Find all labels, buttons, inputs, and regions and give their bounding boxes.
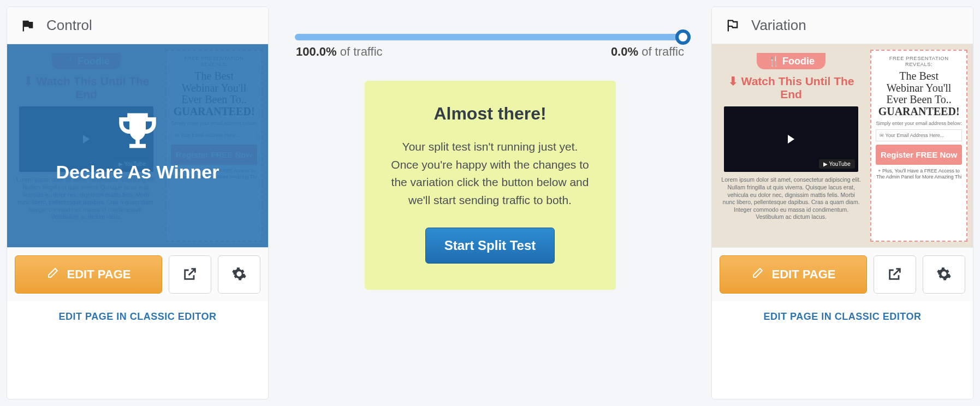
lp-plus: + Plus, You'll Have a FREE Access to The… — [876, 168, 962, 180]
edit-icon — [751, 266, 764, 283]
variation-preview-content: 🍴 Foodie ⬇ Watch This Until The End ▶ Yo… — [712, 44, 973, 247]
youtube-badge: ▶ YouTube — [819, 159, 855, 169]
lp-watch: ⬇ Watch This Until The End — [721, 75, 862, 101]
open-external-button[interactable] — [169, 255, 211, 294]
variation-classic-row: EDIT PAGE IN CLASSIC EDITOR — [712, 301, 973, 338]
lp-webinar: The Best Webinar You'll Ever Been To.. G… — [876, 70, 962, 117]
almost-there-card: Almost there! Your split test isn't runn… — [365, 81, 616, 290]
settings-button[interactable] — [923, 255, 965, 294]
control-header: Control — [7, 7, 268, 44]
lp-simply: Simply enter your email address below: — [876, 121, 962, 126]
almost-body: Your split test isn't running just yet. … — [391, 138, 590, 209]
classic-editor-link[interactable]: EDIT PAGE IN CLASSIC EDITOR — [59, 311, 217, 322]
traffic-slider[interactable] — [295, 34, 685, 40]
lp-free: FREE PRESENTATION REVEALS: — [876, 55, 962, 67]
gear-icon — [231, 266, 247, 283]
gear-icon — [936, 266, 952, 283]
edit-page-button[interactable]: EDIT PAGE — [720, 255, 867, 294]
center-column: 100.0% of traffic 0.0% of traffic Almost… — [295, 7, 685, 399]
variation-actions: EDIT PAGE — [712, 247, 973, 301]
edit-icon — [46, 266, 60, 283]
lp-register: Register FREE Now — [876, 145, 962, 165]
control-preview: 🍴 Foodie ⬇ Watch This Until The End ▶ Yo… — [7, 44, 268, 247]
control-classic-row: EDIT PAGE IN CLASSIC EDITOR — [7, 301, 268, 338]
declare-winner-overlay[interactable]: Declare As Winner — [7, 44, 268, 247]
almost-title: Almost there! — [391, 104, 590, 124]
slider-track — [295, 34, 685, 40]
external-link-icon — [182, 266, 198, 283]
declare-winner-text: Declare As Winner — [56, 162, 219, 183]
variation-panel: Variation 🍴 Foodie ⬇ Watch This Until Th… — [711, 7, 973, 399]
control-actions: EDIT PAGE — [7, 247, 268, 301]
variation-title: Variation — [751, 17, 806, 34]
traffic-labels: 100.0% of traffic 0.0% of traffic — [295, 45, 685, 59]
settings-button[interactable] — [218, 255, 260, 294]
traffic-left: 100.0% of traffic — [296, 45, 383, 59]
edit-page-label: EDIT PAGE — [67, 267, 131, 282]
slider-handle[interactable] — [675, 29, 691, 45]
lp-lorem: Lorem ipsum dolor sit amet, consectetur … — [721, 176, 862, 221]
trophy-icon — [110, 109, 165, 158]
lp-email — [876, 129, 962, 141]
control-panel: Control 🍴 Foodie ⬇ Watch This Until The … — [7, 7, 269, 399]
lp-video: ▶ YouTube — [724, 106, 858, 172]
variation-preview: 🍴 Foodie ⬇ Watch This Until The End ▶ Yo… — [712, 44, 973, 247]
control-title: Control — [46, 17, 92, 34]
start-split-test-button[interactable]: Start Split Test — [425, 228, 555, 264]
flag-icon — [20, 18, 35, 33]
edit-page-button[interactable]: EDIT PAGE — [15, 255, 162, 294]
open-external-button[interactable] — [874, 255, 916, 294]
external-link-icon — [887, 266, 902, 283]
variation-header: Variation — [712, 7, 973, 44]
edit-page-label: EDIT PAGE — [772, 267, 836, 282]
lp-badge: 🍴 Foodie — [757, 53, 825, 69]
traffic-right: 0.0% of traffic — [611, 45, 684, 59]
flag-outline-icon — [725, 18, 740, 33]
classic-editor-link[interactable]: EDIT PAGE IN CLASSIC EDITOR — [764, 311, 922, 322]
